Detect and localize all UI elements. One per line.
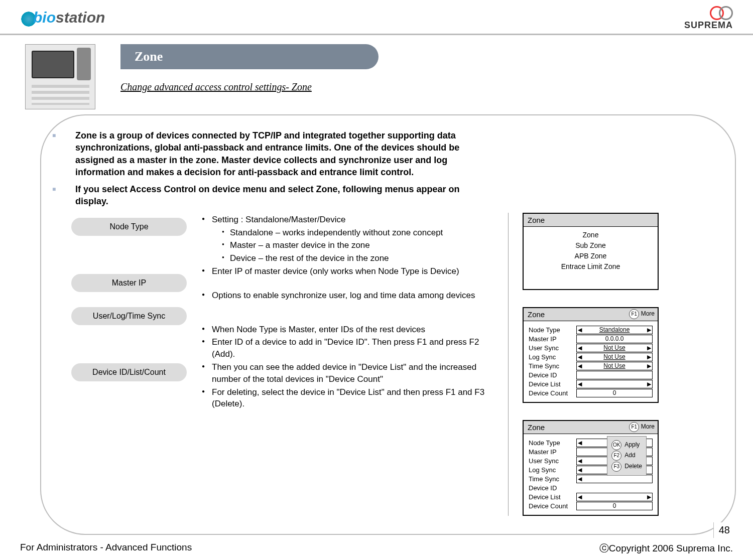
right-arrow-icon[interactable]: ▶ (647, 326, 651, 334)
row-label: Node Type (529, 439, 576, 447)
desc-line: Then you can see the added device in "De… (202, 361, 493, 385)
f1-more[interactable]: F1 More (629, 309, 655, 319)
group-node-type: Node Type (71, 218, 187, 236)
page-footer: For Administrators - Advanced Functions … (0, 535, 753, 555)
screen-zone-menu: Zone Zone Sub Zone APB Zone Entrace Limi… (523, 213, 659, 290)
left-arrow-icon[interactable]: ◀ (578, 362, 582, 370)
row-label: Device List (529, 380, 576, 388)
screen-title-text: Zone (528, 310, 545, 319)
row-label: Log Sync (529, 466, 576, 474)
row-label: Device ID (529, 484, 576, 492)
desc-line: When Node Type is Master, enter IDs of t… (202, 324, 493, 336)
content-panel: Zone is a group of devices connected by … (40, 114, 736, 535)
popup-apply[interactable]: OKApply (611, 440, 642, 451)
device-keypad-icon (32, 85, 89, 105)
row-label: Node Type (529, 326, 576, 334)
screen-body: Node Type ◀Standalone▶ Master IP 0.0.0.0… (524, 321, 658, 402)
intro-list: Zone is a group of devices connected by … (71, 129, 721, 208)
row-value[interactable] (576, 371, 653, 379)
row-log-sync: Log Sync ◀Not Use▶ (529, 353, 653, 361)
device-screen-icon (32, 51, 74, 78)
row-value[interactable]: ◀Not Use▶ (576, 344, 653, 352)
logo-suprema-text: SUPREMA (684, 20, 733, 31)
infinity-icon (710, 6, 733, 19)
popup-add[interactable]: F2Add (611, 450, 642, 461)
row-value[interactable]: 0.0.0.0 (576, 335, 653, 343)
page-number: 48 (713, 522, 735, 538)
row-user-sync: User Sync ◀Not Use▶ (529, 344, 653, 352)
screen-title: Zone F1 More (524, 308, 658, 321)
right-arrow-icon[interactable]: ▶ (647, 493, 651, 501)
group-device: Device ID/List/Count (71, 363, 187, 381)
right-arrow-icon[interactable]: ▶ (647, 353, 651, 361)
menu-item[interactable]: APB Zone (524, 251, 658, 261)
page-header: biostation SUPREMA (0, 0, 753, 35)
row-label: Device ID (529, 371, 576, 379)
left-arrow-icon[interactable]: ◀ (578, 475, 582, 483)
screen-title: Zone F1 More (524, 421, 658, 434)
menu-item[interactable]: Sub Zone (524, 240, 658, 251)
left-arrow-icon[interactable]: ◀ (578, 439, 582, 447)
right-arrow-icon[interactable]: ▶ (647, 344, 651, 352)
row-value (576, 484, 653, 492)
screen-zone-settings: Zone F1 More Node Type ◀Standalone▶ Mast… (523, 307, 659, 403)
f1-more-label: More (641, 423, 655, 430)
desc-line: Enter IP of master device (only works wh… (202, 265, 493, 277)
row-label: User Sync (529, 344, 576, 352)
row-label: Time Sync (529, 475, 576, 483)
row-time-sync: Time Sync◀ (529, 475, 653, 483)
left-arrow-icon[interactable]: ◀ (578, 380, 582, 388)
footer-right: ⓒCopyright 2006 Suprema Inc. (599, 542, 733, 555)
device-sensor-icon (77, 48, 91, 80)
screen-zone-popup: Zone F1 More Node Type◀ Master IP User S… (523, 420, 659, 516)
popup-label: Delete (624, 461, 642, 472)
row-label: Log Sync (529, 353, 576, 361)
row-value[interactable]: ◀Standalone▶ (576, 326, 653, 334)
row-master-ip: Master IP 0.0.0.0 (529, 335, 653, 343)
f1-more[interactable]: F1 More (629, 422, 655, 432)
columns: Node Type Master IP User/Log/Time Sync D… (71, 213, 721, 516)
footer-left: For Administrators - Advanced Functions (20, 542, 192, 555)
right-arrow-icon[interactable]: ▶ (647, 362, 651, 370)
intro-item: Zone is a group of devices connected by … (71, 129, 488, 178)
left-arrow-icon[interactable]: ◀ (578, 344, 582, 352)
action-popup: OKApply F2Add F3Delete (607, 436, 647, 476)
desc-line: For deleting, select the device in "Devi… (202, 386, 493, 410)
desc-line: Setting : Standalone/Master/Device (202, 214, 493, 226)
row-value: 0 (576, 502, 653, 510)
menu-item[interactable]: Entrace Limit Zone (524, 261, 658, 272)
row-value[interactable]: ◀▶ (576, 493, 653, 501)
desc-line: Enter ID of a device to add in "Device I… (202, 336, 493, 360)
row-value[interactable]: ◀Not Use▶ (576, 353, 653, 361)
right-arrow-icon[interactable]: ▶ (647, 380, 651, 388)
row-value-text: Not Use (603, 353, 625, 360)
popup-label: Apply (624, 440, 640, 451)
group-sync: User/Log/Time Sync (71, 307, 187, 325)
f3-key-icon: F3 (611, 462, 621, 472)
desc-line: Master – a master device in the zone (202, 239, 493, 251)
device-screens: Zone Zone Sub Zone APB Zone Entrace Limi… (508, 213, 659, 516)
left-arrow-icon[interactable]: ◀ (578, 326, 582, 334)
row-value-text: Not Use (603, 362, 625, 369)
intro-item: If you select Access Control on device m… (71, 183, 488, 208)
row-label: Device Count (529, 389, 576, 397)
left-arrow-icon[interactable]: ◀ (578, 353, 582, 361)
row-node-type: Node Type ◀Standalone▶ (529, 326, 653, 334)
row-device-list: Device List ◀▶ (529, 380, 653, 388)
popup-delete[interactable]: F3Delete (611, 461, 642, 472)
row-value[interactable]: ◀Not Use▶ (576, 362, 653, 370)
left-arrow-icon[interactable]: ◀ (578, 493, 582, 501)
page-subtitle: Change advanced access control settings-… (120, 81, 379, 93)
screen-title-text: Zone (528, 423, 545, 432)
desc-line: Options to enable synchronize user, log … (202, 290, 493, 302)
left-arrow-icon[interactable]: ◀ (578, 466, 582, 474)
menu-item[interactable]: Zone (524, 230, 658, 240)
row-value[interactable]: ◀▶ (576, 380, 653, 388)
row-value[interactable]: ◀ (576, 475, 653, 483)
row-value-text: Standalone (599, 326, 630, 333)
title-row: Zone Change advanced access control sett… (0, 35, 753, 109)
title-column: Zone Change advanced access control sett… (100, 44, 379, 93)
left-arrow-icon[interactable]: ◀ (578, 457, 582, 465)
f1-key-icon: F1 (629, 309, 639, 319)
screen-title: Zone (524, 214, 658, 227)
